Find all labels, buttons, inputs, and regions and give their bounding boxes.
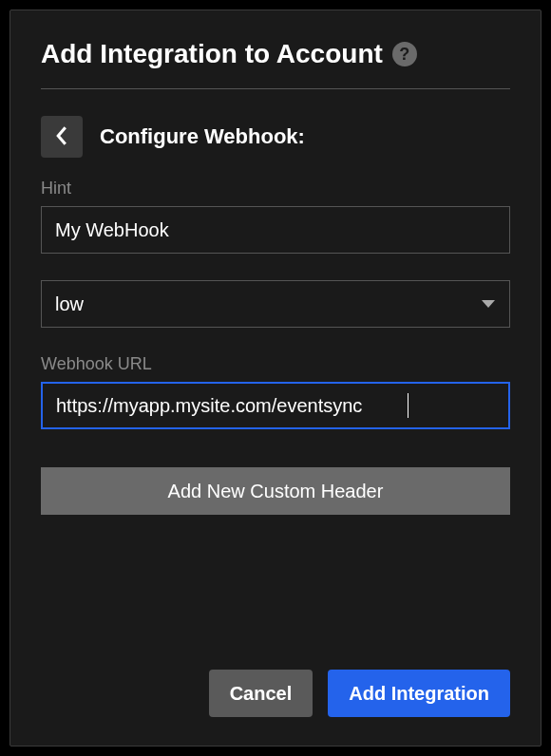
section-header: Configure Webhook: <box>41 116 510 158</box>
cancel-button[interactable]: Cancel <box>209 670 314 717</box>
chevron-left-icon <box>55 126 68 148</box>
modal-footer: Cancel Add Integration <box>41 670 510 717</box>
section-title: Configure Webhook: <box>100 124 305 149</box>
url-field-group: Webhook URL <box>41 354 510 429</box>
add-integration-modal: Add Integration to Account ? Configure W… <box>10 9 542 747</box>
back-button[interactable] <box>41 116 83 158</box>
priority-select[interactable]: low <box>41 280 510 328</box>
add-integration-button[interactable]: Add Integration <box>328 670 510 717</box>
hint-field-group: Hint <box>41 179 510 254</box>
text-cursor <box>408 393 408 418</box>
webhook-url-input[interactable] <box>41 382 510 429</box>
help-icon[interactable]: ? <box>392 42 417 66</box>
priority-selected-value: low <box>55 293 84 315</box>
priority-field-group: low <box>41 280 510 328</box>
modal-header: Add Integration to Account ? <box>41 39 510 89</box>
hint-label: Hint <box>41 179 510 198</box>
modal-title: Add Integration to Account <box>41 39 383 69</box>
url-label: Webhook URL <box>41 354 510 374</box>
hint-input[interactable] <box>41 206 510 254</box>
add-custom-header-button[interactable]: Add New Custom Header <box>41 467 510 515</box>
